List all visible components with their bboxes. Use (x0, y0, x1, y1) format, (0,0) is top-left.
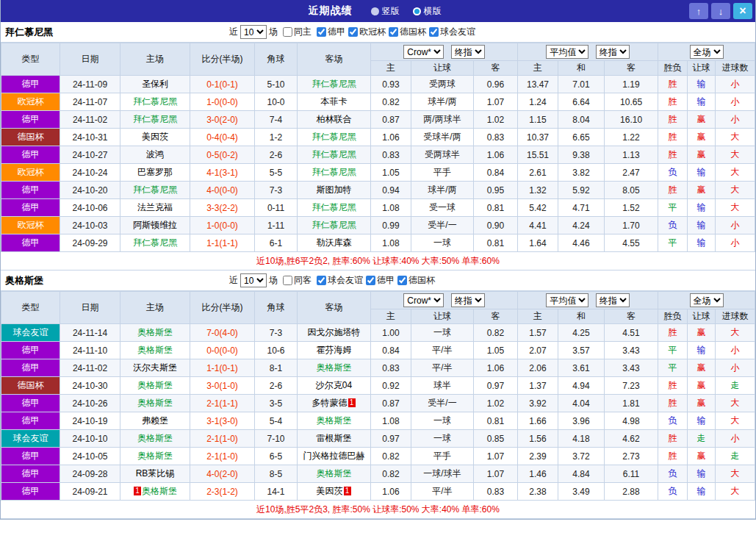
league-checkbox-input[interactable] (366, 276, 375, 285)
league-checkbox-德国杯[interactable]: 德国杯 (397, 274, 435, 287)
away-team-cell[interactable]: 奥格斯堡 (298, 412, 371, 430)
scroll-down-button[interactable]: ↓ (711, 3, 730, 19)
home-team-cell[interactable]: 波鸿 (120, 146, 190, 164)
away-team-cell[interactable]: 拜仁慕尼黑 (298, 146, 371, 164)
home-team-cell[interactable]: 弗赖堡 (120, 412, 190, 430)
layout-option-vertical[interactable]: 竖版 (371, 5, 400, 18)
home-team-cell[interactable]: 奥格斯堡 (120, 377, 190, 395)
league-type-cell: 球会友谊 (1, 324, 60, 342)
home-team-cell[interactable]: 美因茨 (120, 129, 190, 146)
away-team-cell[interactable]: 霍芬海姆 (298, 342, 371, 359)
same-venue-input[interactable] (283, 276, 292, 285)
team-name[interactable]: 拜仁慕尼黑 (5, 26, 79, 39)
away-team-cell[interactable]: 门兴格拉德巴赫 (298, 448, 371, 465)
away-team-cell[interactable]: 奥格斯堡 (298, 359, 371, 377)
home-team-cell[interactable]: RB莱比锡 (120, 465, 190, 483)
scope-select[interactable]: 全场 (690, 45, 724, 59)
home-team-cell[interactable]: 奥格斯堡 (120, 430, 190, 448)
handicap-result-cell: 赢 (688, 182, 716, 199)
league-checkbox-欧冠杯[interactable]: 欧冠杯 (348, 26, 386, 38)
average-select[interactable]: 平均值 (546, 293, 588, 307)
away-team-cell[interactable]: 本菲卡 (298, 93, 371, 111)
home-team-cell[interactable]: 拜仁慕尼黑 (120, 111, 190, 129)
home-team-name: 奥格斯堡 (137, 327, 173, 337)
home-team-cell[interactable]: 圣保利 (120, 76, 190, 93)
league-checkbox-input[interactable] (429, 27, 439, 37)
away-team-cell[interactable]: 美因茨1 (298, 483, 371, 501)
league-checkbox-球会友谊[interactable]: 球会友谊 (317, 274, 363, 287)
home-team-name: 拜仁慕尼黑 (133, 237, 177, 248)
home-team-cell[interactable]: 拜仁慕尼黑 (120, 93, 190, 111)
scope-select[interactable]: 全场 (690, 293, 724, 307)
odds-source-select[interactable]: Crow* (403, 293, 444, 307)
home-team-cell[interactable]: 法兰克福 (120, 199, 190, 217)
home-team-cell[interactable]: 1奥格斯堡 (120, 483, 190, 501)
euro-away-odds-cell: 1.13 (605, 146, 658, 164)
same-venue-input[interactable] (283, 27, 292, 37)
average-select[interactable]: 平均值 (546, 45, 588, 59)
asian-home-odds-cell: 1.05 (371, 164, 411, 182)
same-venue-checkbox[interactable]: 同客 (283, 274, 312, 287)
red-card-badge: 1 (134, 487, 141, 495)
league-checkbox-input[interactable] (317, 27, 326, 37)
league-checkbox-input[interactable] (317, 276, 326, 285)
away-team-cell[interactable]: 因戈尔施塔特 (298, 324, 371, 342)
euro-home-odds-cell: 1.24 (518, 93, 558, 111)
away-team-cell[interactable]: 柏林联合 (298, 111, 371, 129)
titlebar: 近期战绩 竖版 横版 ↑ ↓ × (1, 0, 755, 22)
home-team-cell[interactable]: 巴塞罗那 (120, 164, 190, 182)
home-team-cell[interactable]: 拜仁慕尼黑 (120, 234, 190, 252)
away-team-cell[interactable]: 拜仁慕尼黑 (298, 129, 371, 146)
home-team-cell[interactable]: 奥格斯堡 (120, 324, 190, 342)
match-row: 德国杯24-10-31美因茨0-4(0-4)1-2拜仁慕尼黑1.06受球半/两0… (1, 129, 755, 146)
corner-cell: 7-4 (255, 111, 298, 129)
home-team-name: 拜仁慕尼黑 (133, 96, 177, 107)
euro-away-odds-cell: 4.51 (605, 324, 658, 342)
match-row: 德甲24-10-26奥格斯堡2-1(1-1)3-5多特蒙德10.87受半/一1.… (1, 395, 755, 412)
away-team-cell[interactable]: 拜仁慕尼黑 (298, 199, 371, 217)
league-checkbox-德甲[interactable]: 德甲 (366, 274, 395, 287)
home-team-cell[interactable]: 奥格斯堡 (120, 448, 190, 465)
odds-time-select[interactable]: 终指 (451, 45, 485, 59)
layout-option-horizontal[interactable]: 横版 (413, 5, 442, 18)
home-team-cell[interactable]: 奥格斯堡 (120, 342, 190, 359)
away-team-cell[interactable]: 雷根斯堡 (298, 430, 371, 448)
same-venue-checkbox[interactable]: 同主 (283, 26, 312, 38)
away-team-cell[interactable]: 拜仁慕尼黑 (298, 76, 371, 93)
asian-home-odds-cell: 0.82 (371, 448, 411, 465)
recent-count-select[interactable]: 10 (240, 25, 267, 39)
league-checkbox-input[interactable] (397, 276, 407, 285)
league-filter-group: 球会友谊德甲德国杯 (314, 274, 435, 287)
recent-count-select[interactable]: 10 (240, 273, 267, 287)
odds-source-select[interactable]: Crow* (403, 45, 444, 59)
away-team-cell[interactable]: 拜仁慕尼黑 (298, 217, 371, 234)
league-checkbox-input[interactable] (389, 27, 398, 37)
average-time-select[interactable]: 终指 (596, 45, 630, 59)
average-time-select[interactable]: 终指 (596, 293, 630, 307)
league-checkbox-德国杯[interactable]: 德国杯 (389, 26, 426, 38)
close-button[interactable]: × (733, 3, 752, 19)
league-checkbox-球会友谊[interactable]: 球会友谊 (429, 26, 475, 38)
home-team-cell[interactable]: 奥格斯堡 (120, 395, 190, 412)
league-checkbox-input[interactable] (348, 27, 358, 37)
scroll-up-button[interactable]: ↑ (689, 3, 708, 19)
asian-line-cell: 受一球 (411, 199, 474, 217)
away-team-cell[interactable]: 多特蒙德1 (298, 395, 371, 412)
league-checkbox-德甲[interactable]: 德甲 (317, 26, 345, 38)
home-team-cell[interactable]: 阿斯顿维拉 (120, 217, 190, 234)
odds-time-select[interactable]: 终指 (451, 293, 485, 307)
score-cell: 7-0(4-0) (190, 324, 255, 342)
score-cell: 4-0(0-0) (190, 182, 255, 199)
away-team-cell[interactable]: 奥格斯堡 (298, 465, 371, 483)
away-team-cell[interactable]: 勒沃库森 (298, 234, 371, 252)
euro-away-odds-cell: 1.22 (605, 129, 658, 146)
away-team-section: 奥格斯堡 近 10 场 同客 球会友谊德甲德国杯 (1, 270, 755, 519)
home-team-name: 巴塞罗那 (137, 167, 173, 177)
home-team-cell[interactable]: 沃尔夫斯堡 (120, 359, 190, 377)
team-name[interactable]: 奥格斯堡 (5, 274, 79, 287)
home-team-cell[interactable]: 拜仁慕尼黑 (120, 182, 190, 199)
away-team-cell[interactable]: 沙尔克04 (298, 377, 371, 395)
away-team-cell[interactable]: 斯图加特 (298, 182, 371, 199)
away-team-cell[interactable]: 拜仁慕尼黑 (298, 164, 371, 182)
handicap-result-cell: 输 (688, 164, 716, 182)
